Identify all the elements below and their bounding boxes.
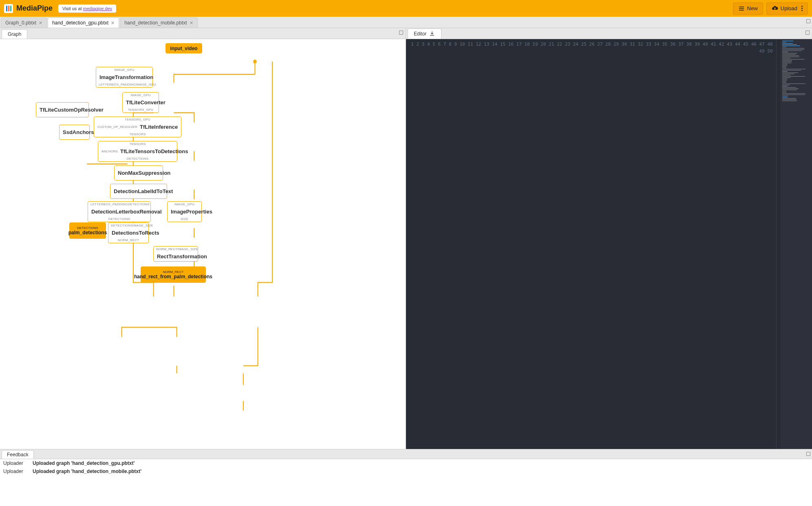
download-icon[interactable] — [429, 31, 435, 37]
editor-pane-tabs: Editor — [406, 28, 812, 39]
code-editor[interactable]: 1 2 3 4 5 6 7 8 9 10 11 12 13 14 15 16 1… — [406, 39, 812, 449]
svg-point-0 — [253, 59, 257, 63]
file-tab-bar: Graph_0.pbtxt✕hand_detection_gpu.pbtxt✕h… — [0, 17, 812, 28]
minimap[interactable] — [781, 39, 812, 449]
code-content[interactable]: type: "HandDetectionSubgraph" input_stre… — [777, 39, 781, 449]
node-ssd-anchors[interactable]: SsdAnchors — [59, 125, 90, 140]
node-image-properties[interactable]: IMAGE_GPU ImageProperties SIZE — [167, 201, 202, 222]
node-detections-to-rects[interactable]: DETECTIONSIMAGE_SIZE DetectionsToRects N… — [108, 222, 149, 243]
stream-hand-rect[interactable]: NORM_RECT hand_rect_from_palm_detections — [141, 266, 206, 283]
node-nms[interactable]: NonMaxSuppression — [114, 165, 163, 180]
feedback-row: UploaderUploaded graph 'hand_detection_g… — [0, 459, 812, 467]
node-label-to-text[interactable]: DetectionLabelIdToText — [110, 184, 167, 199]
file-tab[interactable]: hand_detection_gpu.pbtxt✕ — [48, 18, 119, 28]
node-image-transformation[interactable]: IMAGE_GPU ImageTransformation LETTERBOX_… — [96, 67, 153, 88]
editor-tab-label: Editor — [414, 31, 426, 37]
node-tflite-inference[interactable]: TENSORS_GPU CUSTOM_OP_RESOLVERTfLiteInfe… — [94, 117, 181, 137]
visit-link-chip[interactable]: Visit us at mediapipe.dev — [58, 4, 116, 13]
node-tensors-to-detections[interactable]: TENSORS ANCHORSTfLiteTensorsToDetections… — [98, 141, 177, 162]
graph-pane-tabs: Graph — [0, 28, 406, 39]
cloud-upload-icon — [772, 5, 778, 12]
close-icon[interactable]: ✕ — [190, 20, 193, 26]
brand-title: MediaPipe — [16, 4, 53, 13]
node-tflite-converter[interactable]: IMAGE_GPU TfLiteConverter TENSORS_GPU — [122, 92, 159, 113]
feedback-row: UploaderUploaded graph 'hand_detection_m… — [0, 467, 812, 475]
maximize-icon[interactable] — [399, 31, 403, 35]
feedback-tabs: Feedback — [0, 449, 812, 459]
stream-input-video[interactable]: input_video — [165, 43, 202, 53]
visit-link[interactable]: mediapipe.dev — [83, 6, 113, 11]
close-icon[interactable]: ✕ — [39, 20, 42, 26]
editor-tab[interactable]: Editor — [408, 29, 441, 39]
feedback-tab-label: Feedback — [7, 452, 29, 458]
graph-pane: Graph — [0, 28, 406, 449]
node-letterbox-removal[interactable]: LETTERBOX_PADDINGDETECTIONS DetectionLet… — [88, 201, 151, 222]
feedback-body: UploaderUploaded graph 'hand_detection_g… — [0, 459, 812, 506]
editor-pane: Editor 1 2 3 4 5 6 7 8 9 10 11 12 13 14 … — [406, 28, 812, 449]
file-tab[interactable]: Graph_0.pbtxt✕ — [1, 18, 47, 28]
upload-button[interactable]: Upload — [766, 2, 808, 15]
graph-tab[interactable]: Graph — [2, 29, 27, 39]
maximize-icon[interactable] — [806, 19, 810, 23]
maximize-icon[interactable] — [806, 452, 810, 456]
hamburger-icon — [738, 5, 745, 12]
feedback-tab[interactable]: Feedback — [2, 450, 34, 459]
kebab-icon[interactable] — [801, 6, 803, 11]
upload-button-label: Upload — [781, 5, 797, 11]
stream-palm-detections[interactable]: DETECTIONS palm_detections — [69, 222, 106, 239]
close-icon[interactable]: ✕ — [111, 20, 115, 26]
new-button-label: New — [747, 5, 758, 11]
new-button[interactable]: New — [733, 2, 763, 15]
visit-prefix: Visit us at — [62, 6, 82, 11]
logo-icon — [4, 4, 13, 13]
line-gutter: 1 2 3 4 5 6 7 8 9 10 11 12 13 14 15 16 1… — [406, 39, 777, 449]
file-tab[interactable]: hand_detection_mobile.pbtxt✕ — [120, 18, 197, 28]
graph-tab-label: Graph — [8, 31, 21, 37]
graph-canvas[interactable]: input_video IMAGE_GPU ImageTransformatio… — [0, 39, 406, 449]
main-split: Graph — [0, 28, 812, 449]
node-rect-transformation[interactable]: NORM_RECTIMAGE_SIZE RectTransformation — [153, 246, 198, 262]
feedback-panel: Feedback UploaderUploaded graph 'hand_de… — [0, 449, 812, 506]
maximize-icon[interactable] — [805, 31, 810, 35]
app-header: MediaPipe Visit us at mediapipe.dev New … — [0, 0, 812, 17]
node-tflite-customop[interactable]: TfLiteCustomOpResolver — [36, 102, 89, 117]
